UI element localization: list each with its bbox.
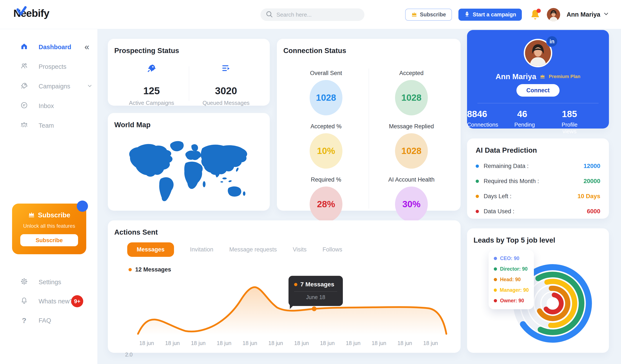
- card-title: Prospecting Status: [114, 47, 263, 55]
- sidebar-item-faq[interactable]: ? FAQ: [0, 314, 98, 327]
- highlight-point[interactable]: [312, 306, 316, 311]
- subscribe-subtitle: Unlock all this features: [12, 223, 86, 229]
- radial-rings-chart: [467, 228, 609, 353]
- tab-messages[interactable]: Messages: [127, 243, 174, 257]
- connect-button[interactable]: Connect: [517, 84, 560, 97]
- queued-messages-stat: 3020 Queued Messages: [189, 63, 263, 106]
- search-bar[interactable]: [260, 8, 364, 21]
- question-icon: ?: [20, 316, 28, 325]
- drag-dot: [77, 201, 88, 212]
- legend-dot: [494, 278, 497, 281]
- sidebar-item-team[interactable]: Team: [0, 120, 98, 132]
- tab-follows[interactable]: Follows: [323, 246, 343, 253]
- card-title: AI Data Prediction: [476, 146, 600, 154]
- leads-legend: CEO: 90 Director: 90 Head: 90 Manager: 9…: [489, 250, 534, 309]
- stat-label: Accepted: [399, 70, 424, 77]
- profile-views-stat: 185 Profile views: [562, 109, 609, 135]
- team-icon: [20, 121, 28, 130]
- x-tick: 18 jun: [268, 340, 283, 346]
- required-pct-circle: 28%: [310, 187, 343, 222]
- search-input[interactable]: [276, 11, 359, 18]
- legend-item-owner: Owner: 90: [494, 298, 529, 304]
- users-icon: [20, 62, 28, 71]
- message-replied-circle: 1028: [395, 133, 428, 169]
- plan-badge: Premium Plan: [549, 74, 581, 79]
- world-map-card: World Map: [108, 113, 270, 211]
- chat-icon: [20, 102, 28, 110]
- chevron-down-icon: [603, 11, 609, 18]
- x-tick: 18 jun: [294, 340, 309, 346]
- x-tick: 18 jun: [191, 340, 206, 346]
- sidebar: « Dashboard Prospects Campaigns: [0, 29, 98, 364]
- stat-dot: [476, 210, 479, 213]
- active-campaigns-stat: 125 Active Campaigns: [114, 63, 189, 106]
- chart-tooltip: 7 Messages June 18: [289, 276, 343, 306]
- x-tick: 18 jun: [139, 340, 154, 346]
- stat-dot: [476, 165, 479, 168]
- queue-icon: [221, 70, 231, 73]
- x-tick: 18 jun: [165, 340, 180, 346]
- top-bar: Neebify Subscribe Start a campaign A: [0, 0, 621, 29]
- notification-dot: [536, 9, 541, 13]
- subscribe-cta-button[interactable]: Subscribe: [20, 234, 78, 246]
- x-tick: 18 jun: [371, 340, 386, 346]
- subscribe-button[interactable]: Subscribe: [405, 9, 452, 21]
- accepted-pct-circle: 10%: [310, 133, 343, 169]
- stat-label: Required %: [311, 176, 341, 183]
- sidebar-item-dashboard[interactable]: Dashboard: [0, 41, 98, 53]
- chevron-down-icon: [87, 83, 92, 90]
- crown-icon: [411, 11, 417, 18]
- chart-legend: 12 Messages: [129, 266, 454, 273]
- stat-label: Message Replied: [389, 123, 434, 130]
- stat-dot: [476, 195, 479, 198]
- profile-name: Ann Mariya: [496, 72, 536, 81]
- tab-invitation[interactable]: Invitation: [190, 246, 213, 253]
- x-tick: 18 jun: [423, 340, 438, 346]
- world-map: [120, 136, 258, 205]
- user-menu[interactable]: Ann Mariya: [567, 11, 609, 18]
- ai-data-prediction-card: AI Data Prediction Remaining Data : 1200…: [467, 139, 609, 219]
- divider: [294, 291, 337, 292]
- connections-stat: 8846 Connections: [467, 109, 514, 135]
- legend-item-head: Head: 90: [494, 277, 529, 282]
- messages-chart: 2.0 1.0 0.0 7 Messages: [108, 285, 461, 353]
- start-campaign-button[interactable]: Start a campaign: [458, 9, 522, 21]
- legend-dot: [129, 268, 132, 271]
- legend-item-director: Director: 90: [494, 266, 529, 272]
- main-content: Prospecting Status 125 Active Campaigns …: [98, 29, 621, 364]
- sidebar-item-campaigns[interactable]: Campaigns: [0, 80, 98, 92]
- whats-new-badge: 9+: [71, 295, 83, 307]
- legend-dot: [494, 299, 497, 302]
- legend-dot: [494, 267, 497, 271]
- tab-visits[interactable]: Visits: [293, 246, 307, 253]
- card-title: World Map: [114, 121, 263, 129]
- app-logo[interactable]: Neebify: [13, 7, 49, 19]
- accepted-circle: 1028: [395, 80, 428, 115]
- required-month-row: Required this Month : 20000: [476, 178, 600, 185]
- sidebar-item-whats-new[interactable]: Whats new? 9+: [0, 295, 98, 307]
- y-tick: 2.0: [120, 351, 133, 358]
- legend-item-manager: Manager: 90: [494, 287, 529, 293]
- divider: [477, 103, 599, 103]
- rocket-icon: [147, 70, 156, 73]
- sidebar-item-inbox[interactable]: Inbox: [0, 100, 98, 112]
- pending-stat: 46 Pending: [514, 109, 561, 135]
- notifications-bell-icon[interactable]: [530, 9, 540, 20]
- x-tick: 18 jun: [346, 340, 361, 346]
- days-left-row: Days Left : 10 Days: [476, 193, 600, 200]
- linkedin-icon: in: [546, 35, 558, 47]
- stat-label: Accepted %: [310, 123, 342, 130]
- stat-label: Overall Sent: [310, 70, 342, 77]
- sidebar-item-prospects[interactable]: Prospects: [0, 61, 98, 73]
- legend-dot: [494, 289, 497, 292]
- x-tick: 18 jun: [320, 340, 335, 346]
- home-icon: [20, 43, 28, 52]
- stat-dot: [476, 180, 479, 183]
- data-used-row: Data Used : 6000: [476, 208, 600, 215]
- gear-icon: [20, 278, 28, 287]
- legend-dot: [494, 257, 497, 260]
- linkedin-profile-card: in Ann Mariya Premium Plan Connect 8846 …: [467, 30, 609, 129]
- sidebar-item-settings[interactable]: Settings: [0, 276, 98, 288]
- tab-message-requests[interactable]: Message requests: [229, 246, 277, 253]
- user-avatar[interactable]: [547, 8, 560, 21]
